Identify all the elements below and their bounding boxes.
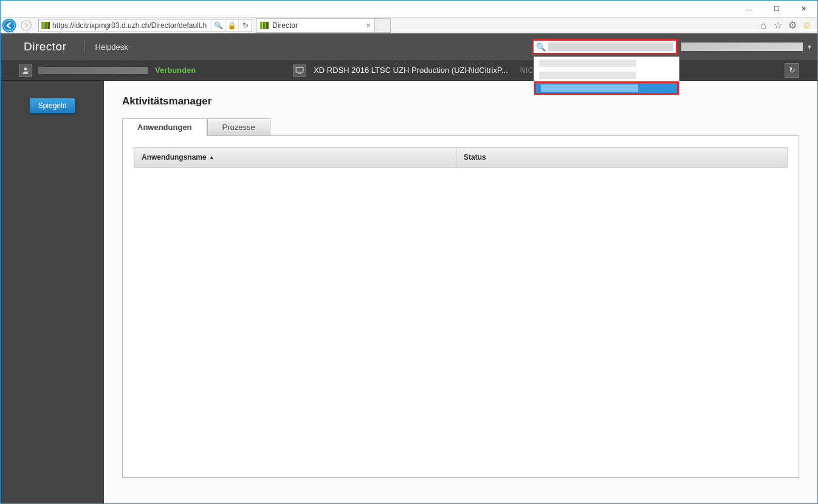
refresh-icon: ↻ xyxy=(789,66,796,75)
screen-icon xyxy=(295,67,304,74)
column-header-status[interactable]: Status xyxy=(456,148,787,167)
user-search-box[interactable]: 🔍 xyxy=(532,39,678,55)
forward-arrow-icon xyxy=(20,19,32,32)
search-icon: 🔍 xyxy=(536,43,546,52)
autocomplete-item[interactable] xyxy=(534,69,679,81)
column-header-name[interactable]: Anwendungsname ▲ xyxy=(134,148,456,167)
window-close-button[interactable]: ✕ xyxy=(790,1,817,18)
svg-point-2 xyxy=(21,20,31,30)
left-sidebar: Spiegeln xyxy=(1,81,104,503)
tools-gear-icon[interactable]: ⚙ xyxy=(787,20,798,31)
window-title-bar: — ☐ ✕ xyxy=(1,1,817,18)
address-bar[interactable]: 🔍 🔒 ↻ xyxy=(38,19,252,32)
connection-status: Verbunden xyxy=(155,66,196,75)
applications-table-header: Anwendungsname ▲ Status xyxy=(134,147,788,168)
tab-close-button[interactable]: × xyxy=(366,21,371,30)
session-sub-bar: Verbunden XD RDSH 2016 LTSC UZH Producti… xyxy=(1,60,817,81)
browser-window: — ☐ ✕ 🔍 🔒 ↻ xyxy=(0,0,818,504)
page-title: Aktivitätsmanager xyxy=(122,95,799,107)
helpdesk-link[interactable]: Helpdesk xyxy=(84,43,139,52)
subbar-refresh-button[interactable]: ↻ xyxy=(785,63,799,78)
sort-asc-icon: ▲ xyxy=(209,154,215,160)
user-menu-caret-icon[interactable]: ▼ xyxy=(806,44,813,50)
director-logo[interactable]: Director xyxy=(1,40,84,53)
svg-rect-6 xyxy=(28,71,29,72)
column-header-name-label: Anwendungsname xyxy=(142,153,207,162)
url-input[interactable] xyxy=(52,19,211,32)
window-minimize-button[interactable]: — xyxy=(735,1,763,18)
svg-point-3 xyxy=(24,67,27,70)
tab-favicon-icon xyxy=(260,21,269,30)
autocomplete-item[interactable] xyxy=(534,57,679,69)
header-search-zone: 🔍 ▼ xyxy=(532,33,817,60)
new-tab-button[interactable] xyxy=(375,18,391,33)
svg-rect-7 xyxy=(296,67,303,72)
session-machine-label[interactable]: XD RDSH 2016 LTSC UZH Production (UZH\Id… xyxy=(314,66,508,75)
home-icon[interactable]: ⌂ xyxy=(758,20,769,31)
tab-prozesse[interactable]: Prozesse xyxy=(207,118,270,136)
header-username-obscured xyxy=(681,43,803,51)
user-icon[interactable] xyxy=(19,64,32,77)
browser-refresh-button[interactable]: ↻ xyxy=(238,19,252,32)
favorites-icon[interactable]: ☆ xyxy=(772,20,783,31)
spiegeln-button[interactable]: Spiegeln xyxy=(29,98,76,114)
body-row: Spiegeln Aktivitätsmanager Anwendungen P… xyxy=(1,81,817,503)
tab-anwendungen[interactable]: Anwendungen xyxy=(122,118,207,136)
session-machine-segment: XD RDSH 2016 LTSC UZH Production (UZH\Id… xyxy=(293,64,569,77)
search-dropdown-button[interactable]: 🔍 xyxy=(211,19,225,32)
user-search-input[interactable] xyxy=(548,43,673,51)
site-favicon-icon xyxy=(40,20,51,31)
browser-toolbar-right: ⌂ ☆ ⚙ ☺ xyxy=(758,20,817,31)
ssl-lock-icon[interactable]: 🔒 xyxy=(225,19,238,32)
svg-rect-4 xyxy=(28,68,29,69)
window-maximize-button[interactable]: ☐ xyxy=(763,1,790,18)
browser-tab[interactable]: Director × xyxy=(256,18,375,33)
director-header: Director Helpdesk 🔍 ▼ xyxy=(1,33,817,60)
back-arrow-icon xyxy=(1,18,17,33)
autocomplete-item-selected[interactable] xyxy=(534,81,679,95)
applications-panel: Anwendungsname ▲ Status xyxy=(122,135,799,478)
svg-point-0 xyxy=(2,18,16,32)
person-icon xyxy=(21,66,30,75)
main-pane: Aktivitätsmanager Anwendungen Prozesse A… xyxy=(104,81,817,503)
tab-strip: Director × xyxy=(256,18,391,33)
session-user-token: Verbunden xyxy=(1,64,202,77)
svg-rect-5 xyxy=(28,69,29,70)
browser-nav-bar: 🔍 🔒 ↻ Director × ⌂ ☆ ⚙ ☺ xyxy=(1,18,817,33)
browser-forward-button[interactable] xyxy=(18,19,35,32)
column-header-status-label: Status xyxy=(464,153,486,162)
tabs-row: Anwendungen Prozesse xyxy=(122,118,799,136)
tab-title: Director xyxy=(272,21,366,30)
browser-back-button[interactable] xyxy=(1,19,18,32)
monitor-icon[interactable] xyxy=(293,64,306,77)
feedback-smile-icon[interactable]: ☺ xyxy=(802,20,813,31)
search-autocomplete-dropdown xyxy=(534,56,679,95)
session-username-obscured xyxy=(38,67,148,74)
